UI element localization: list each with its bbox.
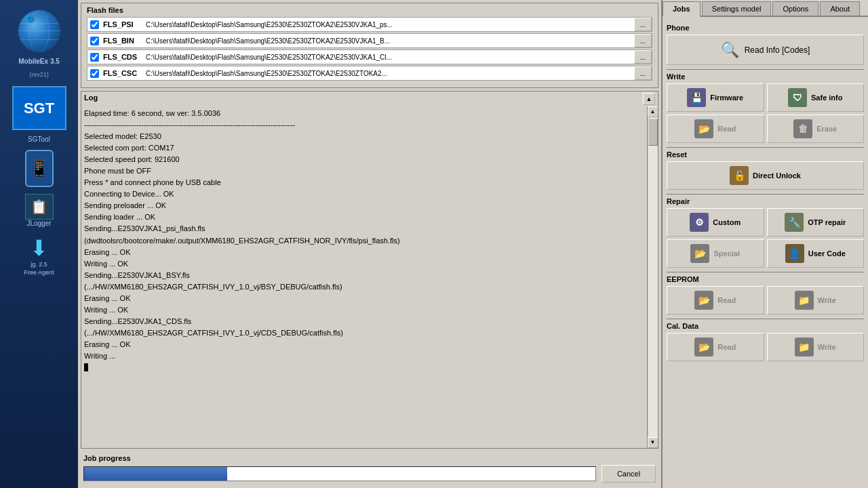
otp-repair-button[interactable]: 🔧 OTP repair — [767, 208, 865, 237]
flash-files-title: Flash files — [87, 6, 652, 14]
special-icon: 📂 — [690, 244, 709, 263]
search-icon: 🔍 — [721, 41, 739, 59]
tab-settings-model[interactable]: Settings model — [702, 1, 772, 16]
user-code-button[interactable]: 👤 User Code — [767, 239, 865, 268]
log-line-5: Selected speed port: 921600 — [84, 154, 643, 165]
read-write-button[interactable]: 📂 Read — [667, 115, 764, 143]
sgtool-label: SGTool — [28, 136, 50, 143]
job-progress-label: Job progress — [83, 454, 656, 462]
write-section-title: Write — [667, 73, 864, 81]
fls-psi-browse-button[interactable]: ... — [634, 18, 652, 31]
log-line-20: (.../HW/XMM6180_EHS2AGR_CATFISH_IVY_1.0_… — [84, 327, 643, 339]
cal-data-section-title: Cal. Data — [667, 322, 864, 330]
user-code-icon: 👤 — [785, 244, 804, 263]
erase-icon: 🗑 — [793, 119, 812, 138]
cal-write-icon: 📁 — [795, 338, 814, 357]
eeprom-write-button[interactable]: 📁 Write — [767, 286, 865, 314]
read-info-button[interactable]: 🔍 Read Info [Codes] — [667, 35, 864, 65]
agent-label: jg. 2.5Free Agent — [24, 261, 54, 277]
log-line-9: Sending preloader ... OK — [84, 200, 643, 211]
log-line-7: Press * and connect phone by USB cable — [84, 177, 643, 188]
tab-jobs[interactable]: Jobs — [663, 1, 701, 17]
sgt-icon: SGT — [24, 101, 54, 116]
repair-section-title: Repair — [667, 197, 864, 205]
cal-read-label: Read — [717, 343, 736, 351]
read-info-label: Read Info [Codes] — [745, 45, 810, 55]
custom-button[interactable]: ⚙ Custom — [667, 208, 764, 237]
jlogger-icon[interactable]: 📋 JLogger — [25, 194, 54, 227]
fls-psi-checkbox[interactable] — [90, 20, 99, 29]
log-line-2: ----------------------------------------… — [84, 119, 643, 131]
safe-info-icon: 🛡 — [788, 88, 807, 107]
log-line-16: (.../HW/XMM6180_EHS2AGR_CATFISH_IVY_1.0_… — [84, 281, 643, 293]
otp-repair-icon: 🔧 — [785, 213, 804, 232]
flash-files-section: Flash files FLS_PSI C:\Users\fatafi\Desk… — [81, 3, 658, 88]
globe-icon: 🌐 — [18, 10, 60, 52]
scrollbar-up-button[interactable]: ▲ — [648, 106, 658, 117]
left-sidebar: 🌐 MobileEx 3.5 (rev21) SGT SGT SGTool 📱 … — [0, 0, 78, 488]
divider-3 — [667, 194, 864, 195]
tab-options[interactable]: Options — [772, 1, 818, 16]
eeprom-buttons: 📂 Read 📁 Write — [667, 286, 864, 314]
jlogger-label: JLogger — [26, 220, 51, 227]
tab-about[interactable]: About — [820, 1, 860, 16]
log-line-18: Writing ... OK — [84, 304, 643, 316]
flash-file-row-csc: FLS_CSC C:\Users\fatafi\Desktop\Flash\Sa… — [87, 66, 652, 81]
log-line-8: Connecting to Device... OK — [84, 188, 643, 200]
divider-4 — [667, 272, 864, 272]
fls-bin-browse-button[interactable]: ... — [634, 34, 652, 47]
fls-bin-checkbox[interactable] — [90, 37, 99, 45]
panel-content: Phone 🔍 Read Info [Codes] Write 💾 Firmwa… — [663, 17, 868, 488]
cal-write-button[interactable]: 📁 Write — [767, 333, 865, 361]
direct-unlock-button[interactable]: 🔓 Direct Unlock — [667, 161, 864, 190]
safe-info-button[interactable]: 🛡 Safe info — [767, 83, 865, 112]
reset-section-title: Reset — [667, 150, 864, 159]
fls-csc-browse-button[interactable]: ... — [634, 66, 652, 80]
fls-csc-checkbox[interactable] — [90, 69, 99, 78]
scrollbar-thumb[interactable] — [648, 119, 658, 146]
flash-file-row-bin: FLS_BIN C:\Users\fatafi\Desktop\Flash\Sa… — [87, 33, 652, 48]
cancel-button[interactable]: Cancel — [601, 465, 656, 483]
eeprom-read-button[interactable]: 📂 Read — [667, 286, 764, 314]
firmware-button[interactable]: 💾 Firmware — [667, 83, 764, 112]
direct-unlock-label: Direct Unlock — [753, 171, 801, 180]
cal-read-button[interactable]: 📂 Read — [667, 333, 764, 361]
special-button[interactable]: 📂 Special — [667, 239, 764, 268]
user-code-label: User Code — [808, 249, 846, 258]
fls-cds-path: C:\Users\fatafi\Desktop\Flash\Samsung\E2… — [146, 54, 634, 61]
download-icon[interactable]: ⬇ — [30, 235, 48, 261]
sgt-box[interactable]: SGT — [12, 86, 66, 130]
fls-csc-label: FLS_CSC — [102, 69, 146, 77]
flash-file-row-cds: FLS_CDS C:\Users\fatafi\Desktop\Flash\Sa… — [87, 49, 652, 64]
special-label: Special — [713, 249, 740, 258]
divider-2 — [667, 147, 864, 148]
firmware-label: Firmware — [710, 94, 743, 102]
log-line-6: Phone must be OFF — [84, 165, 643, 177]
app-name-label: MobileEx 3.5 — [18, 58, 60, 66]
scrollbar-down-button[interactable]: ▼ — [648, 437, 658, 448]
main-area: Flash files FLS_PSI C:\Users\fatafi\Desk… — [78, 0, 661, 488]
log-line-1: Elapsed time: 6 second, sw ver: 3.5.0036 — [84, 108, 643, 119]
log-line-17: Erasing ... OK — [84, 293, 643, 304]
log-scroll-up-btn[interactable]: ▲ — [643, 93, 655, 105]
progress-bar-container — [83, 466, 596, 481]
log-text: Elapsed time: 6 second, sw ver: 3.5.0036… — [84, 108, 655, 373]
divider-1 — [667, 69, 864, 70]
log-line-21: Erasing ... OK — [84, 339, 643, 350]
log-scrollbar: ▲ ▼ — [647, 106, 658, 448]
erase-label: Erase — [816, 125, 837, 133]
fls-psi-path: C:\Users\fatafi\Desktop\Flash\Samsung\E2… — [146, 21, 634, 28]
repair-buttons: ⚙ Custom 🔧 OTP repair 📂 Special 👤 User C… — [667, 208, 864, 268]
log-header: Log ▲ — [81, 92, 658, 106]
cal-write-label: Write — [818, 343, 836, 351]
log-line-4: Selected com port: COM17 — [84, 142, 643, 154]
flash-file-row-psi: FLS_PSI C:\Users\fatafi\Desktop\Flash\Sa… — [87, 17, 652, 32]
agent-area: ⬇ jg. 2.5Free Agent — [24, 235, 54, 277]
fls-cds-checkbox[interactable] — [90, 53, 99, 62]
fls-psi-label: FLS_PSI — [102, 20, 146, 28]
erase-button[interactable]: 🗑 Erase — [767, 115, 865, 143]
eeprom-write-label: Write — [818, 296, 836, 304]
fls-cds-browse-button[interactable]: ... — [634, 50, 652, 64]
otp-repair-label: OTP repair — [808, 218, 846, 226]
phone-device-icon[interactable]: 📱 — [25, 150, 54, 187]
